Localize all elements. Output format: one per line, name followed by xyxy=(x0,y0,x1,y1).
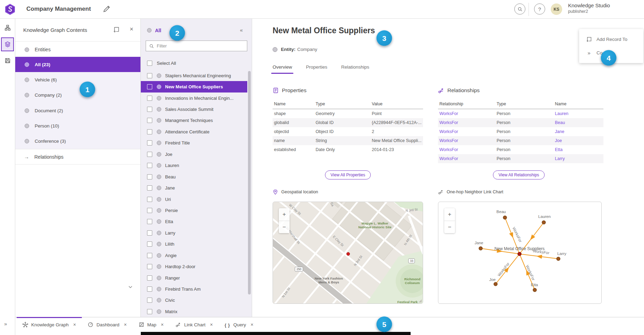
app-logo-icon[interactable] xyxy=(4,3,16,15)
entity-type-item[interactable]: Person (10) xyxy=(15,118,140,133)
column-header[interactable]: Name xyxy=(553,100,603,109)
chart-node[interactable] xyxy=(557,257,560,261)
close-tab-icon[interactable]: × xyxy=(73,322,76,327)
edit-title-icon[interactable] xyxy=(102,5,111,13)
chart-edge[interactable] xyxy=(496,254,520,284)
list-item[interactable]: Etta xyxy=(141,216,247,227)
entity-type-item[interactable]: Vehicle (6) xyxy=(15,72,140,87)
bottom-tab-map[interactable]: Map× xyxy=(133,317,170,332)
item-checkbox[interactable] xyxy=(147,230,152,236)
chart-node[interactable] xyxy=(494,282,497,286)
save-icon[interactable] xyxy=(5,58,11,64)
hierarchy-icon[interactable] xyxy=(5,25,11,31)
table-cell[interactable]: WorksFor xyxy=(438,127,495,136)
table-cell[interactable]: WorksFor xyxy=(438,154,495,163)
table-cell[interactable]: Joe xyxy=(553,136,603,145)
zoom-out-button[interactable]: − xyxy=(444,221,455,233)
entity-type-item[interactable]: Conference (3) xyxy=(15,133,140,149)
list-item[interactable]: Lauren xyxy=(141,160,247,171)
list-item[interactable]: New Metal Office Suppliers xyxy=(141,81,247,92)
item-checkbox[interactable] xyxy=(147,197,152,202)
filter-input[interactable] xyxy=(157,43,247,49)
item-checkbox[interactable] xyxy=(147,185,152,191)
chart-node[interactable] xyxy=(503,216,507,219)
entity-type-item[interactable]: Company (2) xyxy=(15,88,140,103)
column-header[interactable]: Type xyxy=(495,100,553,109)
close-tab-icon[interactable]: × xyxy=(250,322,253,327)
close-tab-icon[interactable]: × xyxy=(161,322,164,327)
entities-section-header[interactable]: Entities xyxy=(15,42,140,57)
list-item[interactable]: Lilith xyxy=(141,239,247,250)
list-item[interactable]: Sales Associate Summit xyxy=(141,104,247,115)
table-cell[interactable]: WorksFor xyxy=(438,145,495,154)
search-button[interactable] xyxy=(514,3,525,15)
item-checkbox[interactable] xyxy=(147,152,152,157)
chart-node[interactable] xyxy=(479,247,482,250)
item-checkbox[interactable] xyxy=(147,96,152,101)
collapse-panel-icon[interactable]: « xyxy=(240,27,243,33)
map-view[interactable]: W Clay StSaN 3rd StN 4th StMaggie L. Wal… xyxy=(273,202,423,304)
list-item[interactable]: Persie xyxy=(141,205,247,216)
chart-edge[interactable] xyxy=(520,254,558,259)
list-item[interactable]: Ranger xyxy=(141,272,247,283)
bottom-tab-dashboard[interactable]: Dashboard× xyxy=(82,317,132,332)
entity-type-item[interactable]: All (23) xyxy=(15,57,140,72)
bottom-tab-link-chart[interactable]: Link Chart× xyxy=(170,317,219,332)
item-checkbox[interactable] xyxy=(147,286,152,292)
link-chart-view[interactable]: BeauLaurenJaneLarryJoeEttaNew Metal Offi… xyxy=(438,202,602,304)
chart-node[interactable] xyxy=(542,221,546,224)
zoom-out-button[interactable]: − xyxy=(279,221,290,233)
close-tab-icon[interactable]: × xyxy=(210,322,213,327)
layers-icon[interactable] xyxy=(5,41,11,47)
view-all-properties-button[interactable]: View All Properties xyxy=(325,170,371,179)
item-checkbox[interactable] xyxy=(147,107,152,112)
relationships-section-header[interactable]: → Relationships xyxy=(15,149,140,165)
map-attribution-icon[interactable] xyxy=(419,299,422,302)
list-item[interactable]: Managment Techniques xyxy=(141,115,247,126)
tab-properties[interactable]: Properties xyxy=(306,64,327,74)
table-cell[interactable]: Beau xyxy=(553,118,603,127)
item-checkbox[interactable] xyxy=(147,264,152,269)
entity-type-item[interactable]: Document (2) xyxy=(15,103,140,118)
list-item[interactable]: Larry xyxy=(141,227,247,238)
tab-relationships[interactable]: Relationships xyxy=(341,64,369,74)
expand-rail-icon[interactable]: » xyxy=(4,321,7,327)
bottom-tab-query[interactable]: { }Query× xyxy=(219,317,259,332)
zoom-in-button[interactable]: + xyxy=(444,208,455,221)
table-cell[interactable]: Larry xyxy=(553,154,603,163)
list-item[interactable]: Matrix xyxy=(141,306,247,317)
user-block[interactable]: Knowledge Studio publisher2 xyxy=(568,2,610,14)
table-cell[interactable]: Etta xyxy=(553,145,603,154)
list-item[interactable]: Uri xyxy=(141,194,247,205)
list-item[interactable]: Firebird Title xyxy=(141,138,247,149)
item-checkbox[interactable] xyxy=(147,129,152,134)
item-checkbox[interactable] xyxy=(147,174,152,179)
list-item[interactable]: Jane xyxy=(141,182,247,193)
close-panel-icon[interactable]: × xyxy=(130,26,134,33)
add-record-icon[interactable] xyxy=(113,26,120,33)
avatar[interactable]: KS xyxy=(551,3,562,15)
view-all-relationships-button[interactable]: View All Relationships xyxy=(493,170,544,179)
table-cell[interactable]: Jane xyxy=(553,127,603,136)
item-checkbox[interactable] xyxy=(147,275,152,281)
scrollbar-thumb[interactable] xyxy=(248,71,251,294)
table-cell[interactable]: Lauren xyxy=(553,109,603,118)
table-cell[interactable]: WorksFor xyxy=(438,136,495,145)
list-item[interactable]: Joe xyxy=(141,149,247,160)
select-all-checkbox[interactable] xyxy=(147,61,152,66)
item-checkbox[interactable] xyxy=(147,309,152,314)
tab-overview[interactable]: Overview xyxy=(273,64,292,74)
chart-node[interactable] xyxy=(533,288,536,292)
item-checkbox[interactable] xyxy=(147,163,152,168)
list-item[interactable]: Staplers Mechanical Engineering xyxy=(141,70,247,81)
table-cell[interactable]: WorksFor xyxy=(438,109,495,118)
chevron-down-icon[interactable] xyxy=(128,284,133,289)
item-checkbox[interactable] xyxy=(147,253,152,258)
column-header[interactable]: Value xyxy=(370,100,423,109)
item-checkbox[interactable] xyxy=(147,208,152,213)
list-item[interactable]: Civic xyxy=(141,295,247,306)
item-checkbox[interactable] xyxy=(147,140,152,146)
item-checkbox[interactable] xyxy=(147,241,152,247)
item-checkbox[interactable] xyxy=(147,298,152,303)
list-item[interactable]: Firebird Trans Am xyxy=(141,283,247,294)
